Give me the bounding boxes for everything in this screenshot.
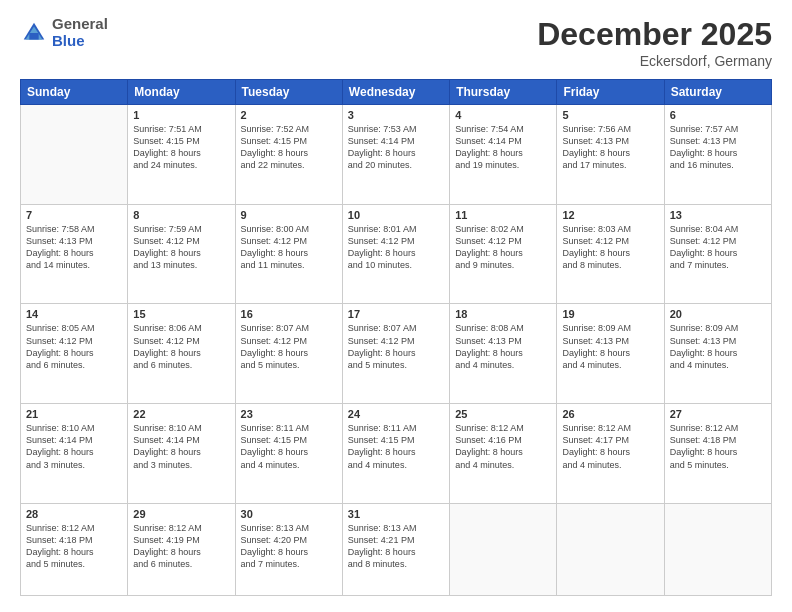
- table-row: 23Sunrise: 8:11 AMSunset: 4:15 PMDayligh…: [235, 404, 342, 504]
- header-sunday: Sunday: [21, 80, 128, 105]
- day-info: Sunrise: 7:52 AMSunset: 4:15 PMDaylight:…: [241, 123, 337, 172]
- table-row: 17Sunrise: 8:07 AMSunset: 4:12 PMDayligh…: [342, 304, 449, 404]
- svg-rect-2: [29, 33, 38, 40]
- day-number: 5: [562, 109, 658, 121]
- day-info: Sunrise: 8:00 AMSunset: 4:12 PMDaylight:…: [241, 223, 337, 272]
- day-info: Sunrise: 7:58 AMSunset: 4:13 PMDaylight:…: [26, 223, 122, 272]
- page: General Blue December 2025 Eckersdorf, G…: [0, 0, 792, 612]
- table-row: 24Sunrise: 8:11 AMSunset: 4:15 PMDayligh…: [342, 404, 449, 504]
- month-title: December 2025: [537, 16, 772, 53]
- day-info: Sunrise: 8:11 AMSunset: 4:15 PMDaylight:…: [348, 422, 444, 471]
- table-row: 28Sunrise: 8:12 AMSunset: 4:18 PMDayligh…: [21, 503, 128, 595]
- day-info: Sunrise: 7:51 AMSunset: 4:15 PMDaylight:…: [133, 123, 229, 172]
- table-row: 4Sunrise: 7:54 AMSunset: 4:14 PMDaylight…: [450, 105, 557, 205]
- table-row: [450, 503, 557, 595]
- day-info: Sunrise: 7:53 AMSunset: 4:14 PMDaylight:…: [348, 123, 444, 172]
- day-info: Sunrise: 8:09 AMSunset: 4:13 PMDaylight:…: [562, 322, 658, 371]
- day-number: 10: [348, 209, 444, 221]
- day-number: 18: [455, 308, 551, 320]
- table-row: 6Sunrise: 7:57 AMSunset: 4:13 PMDaylight…: [664, 105, 771, 205]
- day-info: Sunrise: 8:02 AMSunset: 4:12 PMDaylight:…: [455, 223, 551, 272]
- day-number: 16: [241, 308, 337, 320]
- day-info: Sunrise: 8:10 AMSunset: 4:14 PMDaylight:…: [133, 422, 229, 471]
- day-number: 24: [348, 408, 444, 420]
- day-number: 3: [348, 109, 444, 121]
- day-info: Sunrise: 7:57 AMSunset: 4:13 PMDaylight:…: [670, 123, 766, 172]
- logo-blue-label: Blue: [52, 33, 108, 50]
- day-number: 19: [562, 308, 658, 320]
- table-row: 30Sunrise: 8:13 AMSunset: 4:20 PMDayligh…: [235, 503, 342, 595]
- logo-general-label: General: [52, 16, 108, 33]
- table-row: 31Sunrise: 8:13 AMSunset: 4:21 PMDayligh…: [342, 503, 449, 595]
- day-number: 13: [670, 209, 766, 221]
- day-number: 29: [133, 508, 229, 520]
- day-info: Sunrise: 8:12 AMSunset: 4:18 PMDaylight:…: [26, 522, 122, 571]
- day-number: 21: [26, 408, 122, 420]
- day-number: 9: [241, 209, 337, 221]
- day-number: 22: [133, 408, 229, 420]
- day-number: 2: [241, 109, 337, 121]
- day-info: Sunrise: 8:11 AMSunset: 4:15 PMDaylight:…: [241, 422, 337, 471]
- header-friday: Friday: [557, 80, 664, 105]
- table-row: 27Sunrise: 8:12 AMSunset: 4:18 PMDayligh…: [664, 404, 771, 504]
- location-label: Eckersdorf, Germany: [537, 53, 772, 69]
- day-info: Sunrise: 8:03 AMSunset: 4:12 PMDaylight:…: [562, 223, 658, 272]
- table-row: 5Sunrise: 7:56 AMSunset: 4:13 PMDaylight…: [557, 105, 664, 205]
- table-row: 25Sunrise: 8:12 AMSunset: 4:16 PMDayligh…: [450, 404, 557, 504]
- table-row: [21, 105, 128, 205]
- table-row: 21Sunrise: 8:10 AMSunset: 4:14 PMDayligh…: [21, 404, 128, 504]
- table-row: 18Sunrise: 8:08 AMSunset: 4:13 PMDayligh…: [450, 304, 557, 404]
- day-info: Sunrise: 8:05 AMSunset: 4:12 PMDaylight:…: [26, 322, 122, 371]
- day-info: Sunrise: 8:08 AMSunset: 4:13 PMDaylight:…: [455, 322, 551, 371]
- logo: General Blue: [20, 16, 108, 49]
- table-row: 11Sunrise: 8:02 AMSunset: 4:12 PMDayligh…: [450, 204, 557, 304]
- header: General Blue December 2025 Eckersdorf, G…: [20, 16, 772, 69]
- logo-text: General Blue: [52, 16, 108, 49]
- table-row: 7Sunrise: 7:58 AMSunset: 4:13 PMDaylight…: [21, 204, 128, 304]
- day-number: 14: [26, 308, 122, 320]
- day-info: Sunrise: 8:09 AMSunset: 4:13 PMDaylight:…: [670, 322, 766, 371]
- day-info: Sunrise: 8:04 AMSunset: 4:12 PMDaylight:…: [670, 223, 766, 272]
- day-number: 11: [455, 209, 551, 221]
- header-saturday: Saturday: [664, 80, 771, 105]
- table-row: 8Sunrise: 7:59 AMSunset: 4:12 PMDaylight…: [128, 204, 235, 304]
- header-monday: Monday: [128, 80, 235, 105]
- table-row: [557, 503, 664, 595]
- day-number: 12: [562, 209, 658, 221]
- weekday-header-row: Sunday Monday Tuesday Wednesday Thursday…: [21, 80, 772, 105]
- day-info: Sunrise: 8:06 AMSunset: 4:12 PMDaylight:…: [133, 322, 229, 371]
- logo-icon: [20, 19, 48, 47]
- table-row: 1Sunrise: 7:51 AMSunset: 4:15 PMDaylight…: [128, 105, 235, 205]
- table-row: [664, 503, 771, 595]
- day-number: 6: [670, 109, 766, 121]
- table-row: 9Sunrise: 8:00 AMSunset: 4:12 PMDaylight…: [235, 204, 342, 304]
- day-info: Sunrise: 8:12 AMSunset: 4:16 PMDaylight:…: [455, 422, 551, 471]
- day-info: Sunrise: 8:01 AMSunset: 4:12 PMDaylight:…: [348, 223, 444, 272]
- day-number: 7: [26, 209, 122, 221]
- day-number: 17: [348, 308, 444, 320]
- day-number: 1: [133, 109, 229, 121]
- day-number: 8: [133, 209, 229, 221]
- table-row: 10Sunrise: 8:01 AMSunset: 4:12 PMDayligh…: [342, 204, 449, 304]
- day-number: 28: [26, 508, 122, 520]
- header-wednesday: Wednesday: [342, 80, 449, 105]
- day-info: Sunrise: 8:12 AMSunset: 4:17 PMDaylight:…: [562, 422, 658, 471]
- table-row: 13Sunrise: 8:04 AMSunset: 4:12 PMDayligh…: [664, 204, 771, 304]
- table-row: 19Sunrise: 8:09 AMSunset: 4:13 PMDayligh…: [557, 304, 664, 404]
- table-row: 15Sunrise: 8:06 AMSunset: 4:12 PMDayligh…: [128, 304, 235, 404]
- day-number: 25: [455, 408, 551, 420]
- day-info: Sunrise: 8:07 AMSunset: 4:12 PMDaylight:…: [241, 322, 337, 371]
- table-row: 20Sunrise: 8:09 AMSunset: 4:13 PMDayligh…: [664, 304, 771, 404]
- day-number: 27: [670, 408, 766, 420]
- header-thursday: Thursday: [450, 80, 557, 105]
- day-info: Sunrise: 8:13 AMSunset: 4:20 PMDaylight:…: [241, 522, 337, 571]
- day-number: 30: [241, 508, 337, 520]
- day-number: 31: [348, 508, 444, 520]
- title-area: December 2025 Eckersdorf, Germany: [537, 16, 772, 69]
- table-row: 22Sunrise: 8:10 AMSunset: 4:14 PMDayligh…: [128, 404, 235, 504]
- day-info: Sunrise: 8:07 AMSunset: 4:12 PMDaylight:…: [348, 322, 444, 371]
- table-row: 16Sunrise: 8:07 AMSunset: 4:12 PMDayligh…: [235, 304, 342, 404]
- day-info: Sunrise: 7:59 AMSunset: 4:12 PMDaylight:…: [133, 223, 229, 272]
- table-row: 3Sunrise: 7:53 AMSunset: 4:14 PMDaylight…: [342, 105, 449, 205]
- day-info: Sunrise: 8:13 AMSunset: 4:21 PMDaylight:…: [348, 522, 444, 571]
